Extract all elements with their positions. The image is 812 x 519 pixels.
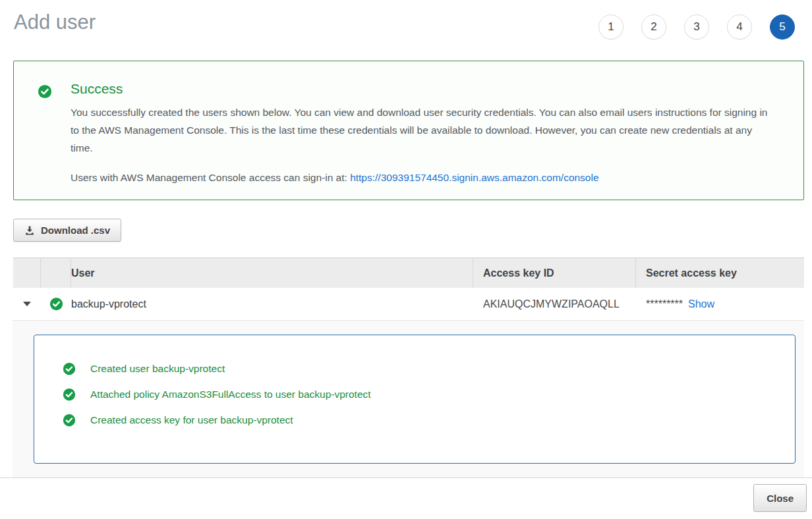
signin-line: Users with AWS Management Console access… [71, 172, 776, 184]
page-header: Add user 1 2 3 4 5 [0, 0, 812, 61]
signin-prefix: Users with AWS Management Console access… [71, 172, 350, 183]
status-column-header [41, 258, 71, 288]
row-detail-panel: Created user backup-vprotect Attached po… [13, 320, 804, 478]
log-item-created-access-key: Created access key for user backup-vprot… [63, 414, 795, 427]
collapse-caret-icon[interactable] [23, 302, 31, 306]
wizard-steps: 1 2 3 4 5 [598, 14, 795, 40]
user-column-header: User [71, 258, 473, 288]
step-5-active: 5 [770, 14, 795, 40]
created-users-table: User Access key ID Secret access key bac… [13, 258, 804, 320]
close-button[interactable]: Close [753, 484, 807, 512]
download-csv-button[interactable]: Download .csv [13, 219, 121, 242]
user-name-cell: backup-vprotect [71, 298, 473, 310]
download-icon [24, 225, 35, 236]
access-key-column-header: Access key ID [473, 258, 636, 288]
access-key-id-cell: AKIAUQCJMYWZIPAOAQLL [473, 298, 636, 310]
expand-column-header [13, 258, 41, 288]
step-4: 4 [727, 14, 752, 40]
success-content: Success You successfully created the use… [71, 81, 776, 184]
success-alert: Success You successfully created the use… [13, 61, 804, 200]
row-status-cell [41, 297, 71, 311]
log-check-icon [63, 414, 76, 427]
expand-row-cell [13, 302, 41, 306]
signin-url-link[interactable]: https://309391574450.signin.aws.amazon.c… [350, 172, 598, 183]
secret-access-key-cell: ********* Show [636, 298, 804, 310]
table-row: backup-vprotect AKIAUQCJMYWZIPAOAQLL ***… [13, 288, 804, 320]
log-check-icon [63, 388, 76, 401]
success-heading: Success [71, 81, 776, 97]
table-header-row: User Access key ID Secret access key [13, 258, 804, 288]
creation-log-box: Created user backup-vprotect Attached po… [34, 335, 796, 464]
secret-key-column-header: Secret access key [636, 258, 804, 288]
row-success-check-icon [49, 297, 63, 311]
footer: Close [0, 478, 812, 512]
log-item-attached-policy: Attached policy AmazonS3FullAccess to us… [63, 388, 795, 401]
success-check-icon [38, 84, 52, 99]
log-item-text: Attached policy AmazonS3FullAccess to us… [90, 389, 371, 400]
log-item-created-user: Created user backup-vprotect [63, 362, 795, 375]
masked-secret: ********* [646, 298, 683, 310]
step-3: 3 [684, 14, 709, 40]
step-2: 2 [641, 14, 666, 40]
step-1: 1 [598, 14, 624, 40]
log-item-text: Created user backup-vprotect [90, 363, 225, 375]
show-secret-link[interactable]: Show [688, 298, 714, 310]
success-message: You successfully created the users shown… [71, 103, 776, 157]
download-label: Download .csv [41, 225, 110, 236]
log-check-icon [63, 362, 76, 375]
log-item-text: Created access key for user backup-vprot… [90, 414, 293, 426]
